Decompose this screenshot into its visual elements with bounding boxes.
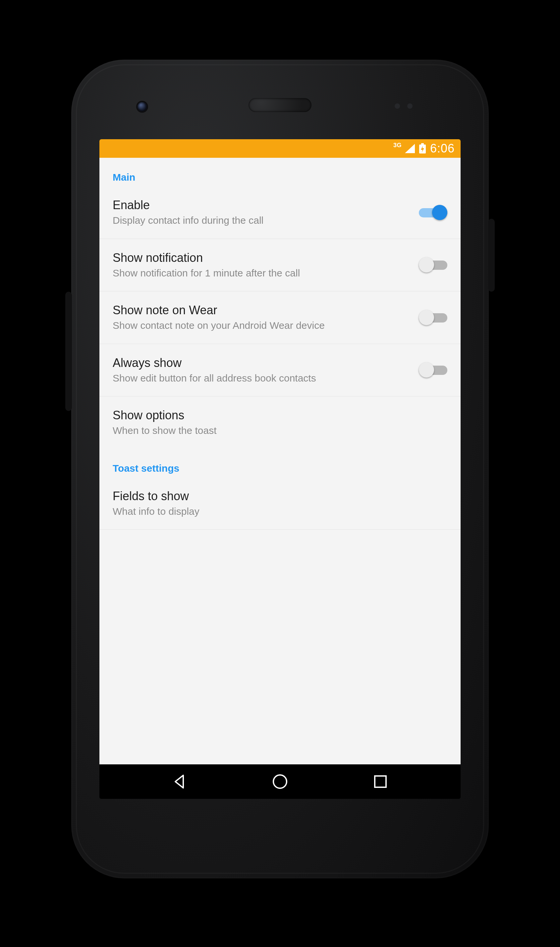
nav-back-button[interactable] [160,768,200,795]
setting-show-note-on-wear[interactable]: Show note on Wear Show contact note on y… [99,291,461,344]
navigation-bar [99,764,461,799]
battery-charging-icon [419,143,426,154]
svg-rect-0 [421,143,424,145]
setting-title: Show notification [113,250,411,265]
power-button [488,219,495,292]
earpiece-speaker [249,98,311,112]
setting-subtitle: Show notification for 1 minute after the… [113,266,411,280]
setting-subtitle: When to show the toast [113,424,447,437]
switch-show-note-on-wear[interactable] [419,310,447,325]
setting-title: Show note on Wear [113,303,411,317]
setting-subtitle: Show edit button for all address book co… [113,371,411,385]
setting-subtitle: Show contact note on your Android Wear d… [113,319,411,333]
svg-point-2 [273,775,287,788]
section-header-toast: Toast settings [99,449,461,477]
nav-recent-apps-button[interactable] [360,768,400,795]
setting-subtitle: Display contact info during the call [113,214,411,227]
setting-always-show[interactable]: Always show Show edit button for all add… [99,344,461,396]
section-header-main: Main [99,158,461,186]
setting-fields-to-show[interactable]: Fields to show What info to display [99,477,461,530]
setting-enable[interactable]: Enable Display contact info during the c… [99,186,461,239]
setting-title: Fields to show [113,488,447,504]
setting-show-notification[interactable]: Show notification Show notification for … [99,239,461,291]
front-camera [137,102,147,111]
setting-title: Show options [113,408,447,423]
switch-show-notification[interactable] [419,257,447,273]
setting-title: Enable [113,197,411,212]
settings-list[interactable]: Main Enable Display contact info during … [99,158,461,764]
switch-always-show[interactable] [419,362,447,377]
setting-show-options[interactable]: Show options When to show the toast [99,396,461,449]
network-type-label: 3G [393,142,402,149]
nav-home-button[interactable] [260,768,300,795]
proximity-sensors [395,103,412,109]
switch-enable[interactable] [419,205,447,220]
status-bar: 3G 6:06 [99,139,461,158]
screen: 3G 6:06 Main Enable Display contact inf [99,139,461,799]
svg-rect-3 [375,776,386,787]
setting-title: Always show [113,355,411,370]
next-row-divider [99,529,461,533]
volume-rocker [65,292,72,411]
clock-label: 6:06 [430,142,455,156]
setting-subtitle: What info to display [113,505,447,518]
phone-frame: 3G 6:06 Main Enable Display contact inf [71,60,489,878]
signal-icon [405,144,415,153]
